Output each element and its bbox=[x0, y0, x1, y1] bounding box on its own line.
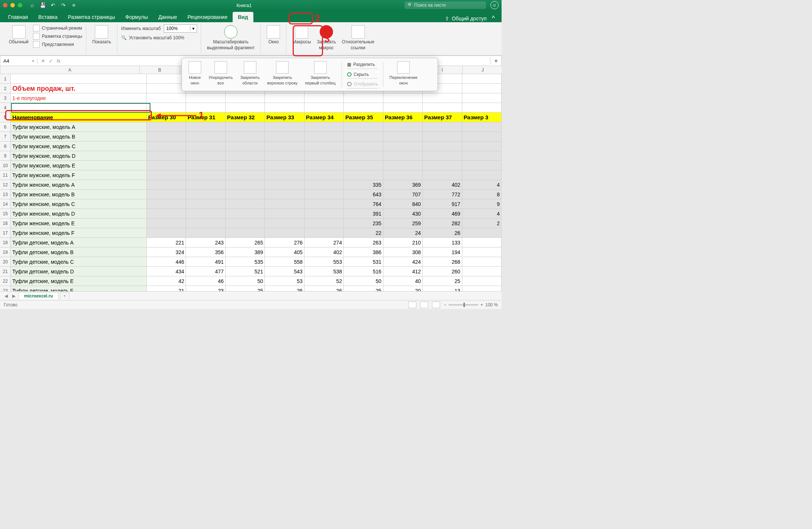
cell[interactable]: 424 bbox=[383, 257, 423, 266]
fx-icon[interactable]: fx bbox=[57, 58, 60, 64]
cell[interactable]: 210 bbox=[383, 238, 423, 247]
cell[interactable]: Туфли женские, модель C bbox=[11, 199, 147, 209]
cell[interactable]: 13 bbox=[423, 286, 462, 291]
cell[interactable] bbox=[147, 209, 186, 218]
cell[interactable] bbox=[383, 142, 423, 151]
cell[interactable]: 26 bbox=[265, 286, 304, 291]
cell[interactable] bbox=[423, 151, 462, 160]
cell[interactable]: Туфли женские, модель B bbox=[11, 190, 147, 199]
cell[interactable] bbox=[462, 84, 502, 93]
cell[interactable]: Туфли мужские, модель E bbox=[11, 161, 147, 170]
cell[interactable] bbox=[226, 190, 265, 199]
cell[interactable]: 917 bbox=[423, 199, 462, 209]
cell[interactable] bbox=[304, 151, 344, 160]
zoom-input[interactable] bbox=[164, 26, 190, 31]
row-header[interactable]: 12 bbox=[0, 180, 11, 189]
show-button[interactable]: Показать bbox=[90, 24, 113, 45]
cell[interactable]: Размер 34 bbox=[304, 113, 344, 122]
row-header[interactable]: 4 bbox=[0, 103, 11, 112]
column-header[interactable]: A bbox=[0, 66, 140, 74]
spreadsheet-grid[interactable]: ABCDEFGHIJ 12Объем продаж, шт.31-е полуг… bbox=[0, 66, 502, 291]
cell[interactable] bbox=[265, 228, 304, 237]
cell[interactable] bbox=[265, 93, 304, 103]
unhide-button[interactable]: Отобразить bbox=[347, 80, 378, 89]
cell[interactable]: 356 bbox=[186, 247, 225, 257]
cell[interactable] bbox=[383, 122, 423, 132]
cell[interactable]: 24 bbox=[383, 228, 423, 237]
cell[interactable] bbox=[344, 132, 383, 141]
row-header[interactable]: 11 bbox=[0, 170, 11, 180]
arrange-all-button[interactable]: Упорядочитьвсе bbox=[205, 60, 236, 89]
cell[interactable]: 2 bbox=[462, 219, 502, 228]
cell[interactable] bbox=[226, 93, 265, 103]
cell[interactable]: 40 bbox=[383, 276, 423, 286]
cell[interactable] bbox=[147, 93, 186, 103]
cell[interactable] bbox=[304, 103, 344, 112]
cell[interactable]: 23 bbox=[186, 286, 225, 291]
cell[interactable] bbox=[265, 161, 304, 170]
cell[interactable]: 386 bbox=[344, 247, 383, 257]
cell[interactable] bbox=[265, 180, 304, 189]
cell[interactable] bbox=[147, 151, 186, 160]
cell[interactable] bbox=[304, 199, 344, 209]
cell[interactable] bbox=[265, 142, 304, 151]
cell[interactable] bbox=[186, 219, 225, 228]
save-icon[interactable]: 💾 bbox=[39, 2, 46, 9]
chevron-down-icon[interactable]: ▾ bbox=[32, 59, 34, 63]
row-header[interactable]: 16 bbox=[0, 219, 11, 228]
cell[interactable]: 9 bbox=[462, 199, 502, 209]
cell[interactable] bbox=[265, 219, 304, 228]
page-break-button[interactable]: Страничный режим bbox=[33, 24, 82, 32]
cell[interactable] bbox=[226, 161, 265, 170]
cell[interactable] bbox=[265, 132, 304, 141]
qat-customize-icon[interactable]: ≡ bbox=[70, 2, 77, 9]
cell[interactable] bbox=[226, 209, 265, 218]
cell[interactable]: 553 bbox=[304, 257, 344, 266]
cell[interactable] bbox=[147, 219, 186, 228]
cell[interactable] bbox=[186, 132, 225, 141]
cell[interactable]: Размер 3 bbox=[462, 113, 502, 122]
cell[interactable] bbox=[383, 161, 423, 170]
cell[interactable] bbox=[226, 132, 265, 141]
cell[interactable]: 521 bbox=[226, 267, 265, 276]
cell[interactable] bbox=[186, 103, 225, 112]
cell[interactable]: 263 bbox=[344, 238, 383, 247]
cell[interactable]: 535 bbox=[226, 257, 265, 266]
split-button[interactable]: ▦Разделить bbox=[347, 60, 378, 69]
cell[interactable]: 4 bbox=[462, 209, 502, 218]
row-header[interactable]: 3 bbox=[0, 93, 11, 103]
cell[interactable] bbox=[226, 199, 265, 209]
cell[interactable] bbox=[265, 209, 304, 218]
cell[interactable] bbox=[11, 103, 147, 112]
row-header[interactable]: 7 bbox=[0, 132, 11, 141]
cell[interactable]: 430 bbox=[383, 209, 423, 218]
zoom-selection-button[interactable]: Масштабировать выделенный фрагмент bbox=[205, 24, 257, 51]
cell[interactable] bbox=[147, 74, 186, 83]
cell[interactable] bbox=[304, 190, 344, 199]
switch-windows-button[interactable]: Переключениеокон bbox=[386, 60, 421, 89]
cell[interactable] bbox=[462, 103, 502, 112]
cell[interactable]: 50 bbox=[226, 276, 265, 286]
zoom-slider[interactable]: − + 100 % bbox=[444, 302, 498, 307]
tab-review[interactable]: Рецензирование bbox=[182, 12, 233, 22]
row-header[interactable]: 19 bbox=[0, 247, 11, 257]
cell[interactable] bbox=[265, 199, 304, 209]
tab-insert[interactable]: Вставка bbox=[33, 12, 63, 22]
cell[interactable] bbox=[265, 190, 304, 199]
record-macro-button[interactable]: Записать макрос bbox=[315, 24, 338, 51]
cell[interactable] bbox=[265, 103, 304, 112]
cell[interactable]: Туфли детские, модель E bbox=[11, 276, 147, 286]
cell[interactable] bbox=[186, 93, 225, 103]
cell[interactable]: 52 bbox=[304, 276, 344, 286]
cell[interactable]: Туфли мужские, модель F bbox=[11, 170, 147, 180]
user-icon[interactable]: ☺ bbox=[490, 1, 499, 9]
cell[interactable]: 133 bbox=[423, 238, 462, 247]
cell[interactable] bbox=[423, 170, 462, 180]
row-header[interactable]: 5 bbox=[0, 113, 11, 122]
cell[interactable] bbox=[186, 190, 225, 199]
cell[interactable] bbox=[383, 151, 423, 160]
cell[interactable] bbox=[186, 151, 225, 160]
tab-view[interactable]: Вид bbox=[233, 12, 253, 22]
cell[interactable] bbox=[186, 209, 225, 218]
cell[interactable]: Туфли мужские, модель B bbox=[11, 132, 147, 141]
